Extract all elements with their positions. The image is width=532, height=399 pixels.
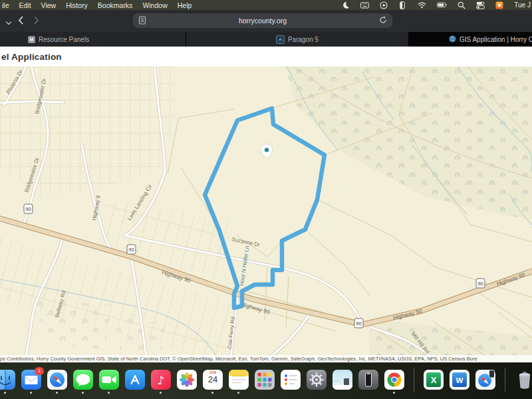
map-canvas[interactable]: Phoenix Dr Bridgewater Dr Bridgewater Dr… xyxy=(0,66,532,362)
resource-panels-tab-icon: M xyxy=(28,36,35,43)
moon-icon[interactable] xyxy=(342,1,350,9)
dock-chrome-icon[interactable] xyxy=(384,370,404,390)
dock-photos-icon[interactable] xyxy=(177,370,197,390)
reload-icon[interactable] xyxy=(379,16,392,25)
safari-window: horrycounty.org M Resource Panels Parago… xyxy=(0,10,532,362)
tab-label: Paragon 5 xyxy=(288,36,319,43)
keyboard-icon[interactable] xyxy=(360,1,369,9)
dock-reminders-icon[interactable] xyxy=(281,370,301,390)
wifi-icon[interactable] xyxy=(418,1,426,9)
app-menu-icon[interactable] xyxy=(495,1,503,9)
menu-clock[interactable]: Tue J xyxy=(514,1,531,9)
dock-divider xyxy=(414,368,414,392)
dock-iphone-mirroring-icon[interactable] xyxy=(358,370,378,390)
back-button[interactable] xyxy=(17,15,24,28)
menu-help[interactable]: Help xyxy=(178,1,192,9)
dock-image-preview-icon[interactable] xyxy=(332,370,352,390)
paragon-tab-icon xyxy=(276,35,285,44)
dock-system-settings-icon[interactable] xyxy=(307,370,327,390)
dock-calendar-icon[interactable]: JUN 24 xyxy=(203,370,223,390)
tab-paragon-5[interactable]: Paragon 5 xyxy=(186,32,409,47)
shield-90: 90 xyxy=(128,247,134,253)
page-header: el Application xyxy=(0,47,532,66)
tab-resource-panels[interactable]: M Resource Panels xyxy=(0,32,186,47)
calendar-day: 24 xyxy=(203,374,223,384)
dock-word-icon[interactable]: W xyxy=(450,370,469,390)
map-attribution: ps Contributors, Horry County Government… xyxy=(0,355,532,362)
dock-excel-icon[interactable]: X xyxy=(424,370,444,390)
dock-launchpad-icon[interactable] xyxy=(255,370,275,390)
play-circle-icon[interactable] xyxy=(380,1,388,9)
dock-safari-icon[interactable] xyxy=(47,370,67,390)
tab-label: Resource Panels xyxy=(39,36,89,43)
chevron-down-icon[interactable] xyxy=(5,17,12,29)
dock-safari-device-icon[interactable] xyxy=(475,370,495,390)
dock: 1 ♪ JUN 24 xyxy=(0,362,532,399)
gis-map[interactable]: Phoenix Dr Bridgewater Dr Bridgewater Dr… xyxy=(0,66,532,362)
menu-edit[interactable]: Edit xyxy=(19,1,31,9)
mail-badge: 1 xyxy=(35,367,44,375)
shield-90: 90 xyxy=(477,281,483,287)
dock-row: 1 ♪ JUN 24 xyxy=(0,368,532,392)
dock-divider xyxy=(505,368,505,392)
dock-trash-icon[interactable] xyxy=(515,370,532,390)
desktop: ile Edit View History Bookmarks Window H… xyxy=(0,0,532,399)
browser-toolbar: horrycounty.org xyxy=(0,10,532,32)
menu-view[interactable]: View xyxy=(41,1,57,9)
dock-notes-icon[interactable] xyxy=(229,370,249,390)
tab-gis-application[interactable]: GIS Application | Horry County Governmen… xyxy=(409,32,532,47)
forward-button[interactable] xyxy=(33,15,40,28)
shield-90: 90 xyxy=(356,321,361,327)
dock-messages-icon[interactable] xyxy=(73,370,93,390)
page-settings-icon[interactable] xyxy=(133,16,146,26)
menu-bookmarks[interactable]: Bookmarks xyxy=(98,1,133,9)
dock-music-icon[interactable]: ♪ xyxy=(151,370,171,390)
search-icon[interactable] xyxy=(458,1,466,9)
dock-finder-icon[interactable] xyxy=(0,370,15,390)
tab-bar: M Resource Panels Paragon 5 GIS Applicat… xyxy=(0,32,532,47)
menu-file[interactable]: ile xyxy=(2,1,9,9)
menu-bar: ile Edit View History Bookmarks Window H… xyxy=(0,0,532,10)
url-text: horrycounty.org xyxy=(146,17,379,25)
svg-text:X: X xyxy=(431,375,437,385)
tab-label: GIS Application | Horry County Governmen… xyxy=(460,36,532,43)
shield-90: 90 xyxy=(25,206,31,212)
svg-text:♪: ♪ xyxy=(158,374,165,387)
dock-mail-icon[interactable]: 1 xyxy=(21,370,41,390)
menu-history[interactable]: History xyxy=(66,1,88,9)
address-bar[interactable]: horrycounty.org xyxy=(133,13,392,28)
dock-app-store-icon[interactable] xyxy=(125,370,145,390)
dock-facetime-icon[interactable] xyxy=(99,370,119,390)
svg-text:W: W xyxy=(456,376,464,384)
page-title: el Application xyxy=(0,52,62,62)
control-center-icon[interactable] xyxy=(476,1,485,9)
menu-status-area: Tue J xyxy=(340,0,532,10)
display-icon[interactable] xyxy=(398,1,406,9)
menu-items: ile Edit View History Bookmarks Window H… xyxy=(0,1,192,9)
battery-icon[interactable] xyxy=(437,1,447,9)
menu-window[interactable]: Window xyxy=(142,1,167,9)
globe-icon xyxy=(449,35,456,44)
